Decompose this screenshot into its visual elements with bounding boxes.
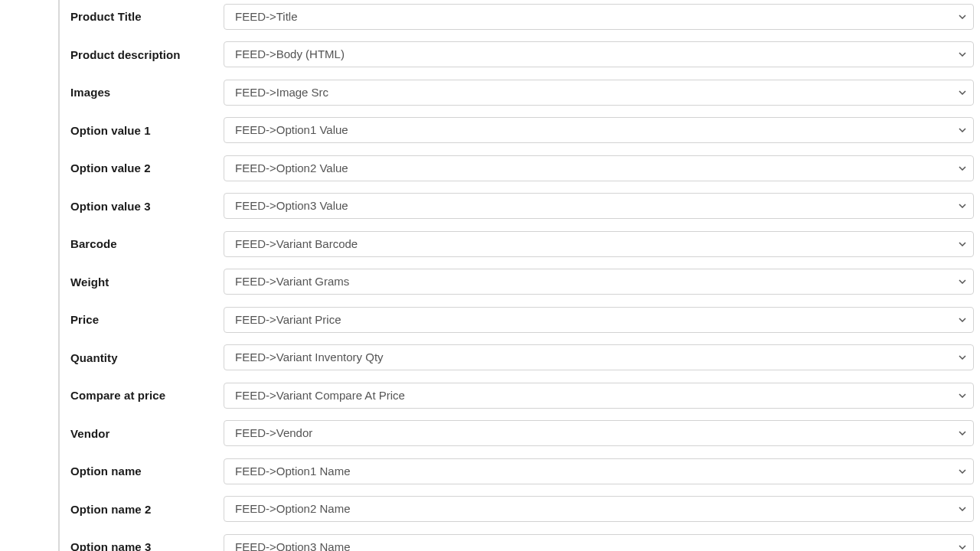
select-wrapper-compare-at-price: FEED->Variant Compare At Price bbox=[224, 383, 974, 409]
panel-left-border bbox=[58, 0, 60, 551]
select-wrapper-option-value-1: FEED->Option1 Value bbox=[224, 117, 974, 143]
select-option-value-1[interactable]: FEED->Option1 Value bbox=[224, 117, 974, 143]
field-label-option-value-3: Option value 3 bbox=[70, 200, 224, 213]
field-label-option-name-3: Option name 3 bbox=[70, 540, 224, 551]
field-row-quantity: QuantityFEED->Variant Inventory Qty bbox=[70, 339, 974, 377]
field-label-vendor: Vendor bbox=[70, 427, 224, 440]
field-row-option-name: Option nameFEED->Option1 Name bbox=[70, 452, 974, 491]
select-price[interactable]: FEED->Variant Price bbox=[224, 307, 974, 333]
field-label-product-description: Product description bbox=[70, 48, 224, 61]
select-option-name[interactable]: FEED->Option1 Name bbox=[224, 458, 974, 484]
field-row-option-name-2: Option name 2FEED->Option2 Name bbox=[70, 491, 974, 529]
select-barcode[interactable]: FEED->Variant Barcode bbox=[224, 231, 974, 257]
select-compare-at-price[interactable]: FEED->Variant Compare At Price bbox=[224, 383, 974, 409]
select-option-value-2[interactable]: FEED->Option2 Value bbox=[224, 155, 974, 181]
field-label-weight: Weight bbox=[70, 276, 224, 289]
select-wrapper-vendor: FEED->Vendor bbox=[224, 420, 974, 446]
select-weight[interactable]: FEED->Variant Grams bbox=[224, 269, 974, 295]
field-row-product-title: Product TitleFEED->Title bbox=[70, 0, 974, 36]
select-option-value-3[interactable]: FEED->Option3 Value bbox=[224, 193, 974, 219]
field-label-images: Images bbox=[70, 86, 224, 99]
field-row-option-value-1: Option value 1FEED->Option1 Value bbox=[70, 112, 974, 150]
field-label-product-title: Product Title bbox=[70, 10, 224, 23]
field-row-vendor: VendorFEED->Vendor bbox=[70, 415, 974, 453]
select-wrapper-option-name: FEED->Option1 Name bbox=[224, 458, 974, 484]
select-product-title[interactable]: FEED->Title bbox=[224, 4, 974, 30]
field-row-price: PriceFEED->Variant Price bbox=[70, 301, 974, 339]
select-wrapper-option-name-3: FEED->Option3 Name bbox=[224, 534, 974, 551]
field-row-barcode: BarcodeFEED->Variant Barcode bbox=[70, 225, 974, 263]
select-wrapper-images: FEED->Image Src bbox=[224, 80, 974, 106]
field-label-price: Price bbox=[70, 313, 224, 326]
select-wrapper-barcode: FEED->Variant Barcode bbox=[224, 231, 974, 257]
field-label-option-name-2: Option name 2 bbox=[70, 503, 224, 516]
select-wrapper-quantity: FEED->Variant Inventory Qty bbox=[224, 344, 974, 370]
field-row-weight: WeightFEED->Variant Grams bbox=[70, 263, 974, 302]
select-wrapper-weight: FEED->Variant Grams bbox=[224, 269, 974, 295]
select-wrapper-option-value-3: FEED->Option3 Value bbox=[224, 193, 974, 219]
field-row-option-value-2: Option value 2FEED->Option2 Value bbox=[70, 149, 974, 187]
field-label-option-name: Option name bbox=[70, 465, 224, 478]
field-row-images: ImagesFEED->Image Src bbox=[70, 73, 974, 112]
field-label-barcode: Barcode bbox=[70, 237, 224, 250]
field-label-compare-at-price: Compare at price bbox=[70, 389, 224, 402]
select-vendor[interactable]: FEED->Vendor bbox=[224, 420, 974, 446]
select-option-name-3[interactable]: FEED->Option3 Name bbox=[224, 534, 974, 551]
select-quantity[interactable]: FEED->Variant Inventory Qty bbox=[224, 344, 974, 370]
select-option-name-2[interactable]: FEED->Option2 Name bbox=[224, 496, 974, 522]
field-mapping-form: Product TitleFEED->TitleProduct descript… bbox=[70, 0, 974, 551]
select-wrapper-option-name-2: FEED->Option2 Name bbox=[224, 496, 974, 522]
select-product-description[interactable]: FEED->Body (HTML) bbox=[224, 41, 974, 67]
select-wrapper-option-value-2: FEED->Option2 Value bbox=[224, 155, 974, 181]
field-label-option-value-2: Option value 2 bbox=[70, 161, 224, 174]
field-row-compare-at-price: Compare at priceFEED->Variant Compare At… bbox=[70, 377, 974, 415]
field-label-option-value-1: Option value 1 bbox=[70, 124, 224, 137]
select-wrapper-product-description: FEED->Body (HTML) bbox=[224, 41, 974, 67]
select-wrapper-price: FEED->Variant Price bbox=[224, 307, 974, 333]
select-images[interactable]: FEED->Image Src bbox=[224, 80, 974, 106]
field-row-option-value-3: Option value 3FEED->Option3 Value bbox=[70, 187, 974, 226]
field-row-product-description: Product descriptionFEED->Body (HTML) bbox=[70, 36, 974, 74]
field-row-option-name-3: Option name 3FEED->Option3 Name bbox=[70, 528, 974, 551]
select-wrapper-product-title: FEED->Title bbox=[224, 4, 974, 30]
field-label-quantity: Quantity bbox=[70, 351, 224, 364]
